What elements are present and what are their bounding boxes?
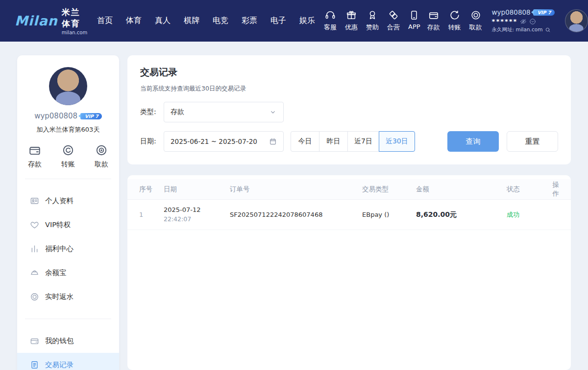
cell-date-day: 2025-07-12 — [164, 205, 230, 215]
eye-off-icon[interactable] — [520, 18, 527, 25]
magnifier-icon[interactable] — [545, 27, 551, 33]
filter-panel: 交易记录 当前系统支持查询最近30日的交易记录 类型: 存款 日期: 2025-… — [127, 55, 571, 164]
heart-icon — [30, 220, 39, 230]
sponsor-button[interactable]: 赞助 — [366, 10, 379, 32]
profile-avatar[interactable] — [49, 67, 87, 105]
app-label: APP — [408, 23, 420, 30]
transfer-button[interactable]: 转账 — [448, 10, 461, 32]
column-header-date: 日期 — [164, 185, 230, 194]
wallet-shortcuts: 存款 转账 取款 — [17, 144, 119, 169]
username-text[interactable]: wyp080808 — [492, 8, 531, 16]
sidebar-item-rebate[interactable]: 实时返水 — [17, 285, 119, 309]
award-icon — [367, 10, 378, 21]
cell-status: 成功 — [507, 210, 551, 219]
search-button[interactable]: 查询 — [447, 131, 499, 152]
ingot-icon — [30, 268, 39, 278]
headset-icon — [325, 10, 336, 21]
promo-button[interactable]: 优惠 — [345, 10, 358, 32]
page-body: wyp080808 VIP 7 加入米兰体育第603天 存款 转账 取款 个人资… — [0, 42, 588, 370]
column-header-index: 序号 — [139, 185, 164, 194]
nav-item-sports[interactable]: 体育 — [126, 16, 142, 26]
cell-amount: 8,620.00元 — [416, 210, 507, 219]
wallet-icon — [428, 10, 439, 21]
mobile-icon — [409, 10, 419, 21]
transfer-icon — [62, 144, 74, 157]
profile-username: wyp080808 — [34, 112, 77, 120]
app-button[interactable]: APP — [408, 10, 420, 32]
cell-date: 2025-07-12 22:42:07 — [164, 205, 230, 224]
type-select-value: 存款 — [171, 108, 184, 116]
chevron-down-icon — [269, 108, 277, 116]
range-30days-button[interactable]: 近30日 — [379, 131, 415, 152]
divider — [25, 319, 111, 319]
nav-item-slots[interactable]: 电子 — [270, 16, 286, 26]
transfer-icon — [449, 10, 460, 21]
sidebar-item-vip[interactable]: VIP特权 — [17, 213, 119, 237]
affiliate-button[interactable]: 合营 — [387, 10, 400, 32]
sidebar-item-label: 福利中心 — [45, 244, 74, 254]
sidebar-item-label: VIP特权 — [45, 220, 71, 230]
coin-icon — [470, 10, 481, 21]
nav-item-live[interactable]: 真人 — [155, 16, 171, 26]
sidebar-item-label: 我的钱包 — [45, 336, 74, 346]
user-info-block: wyp080808 VIP 7 ****** 永久网址: milan.com — [492, 8, 558, 33]
column-header-amount: 金额 — [416, 185, 507, 194]
wallet-icon — [28, 144, 41, 157]
table-row: 1 2025-07-12 22:42:07 SF2025071222420786… — [127, 200, 571, 230]
main-menu: 首页 体育 真人 棋牌 电竞 彩票 电子 娱乐 — [97, 16, 315, 26]
reset-button[interactable]: 重置 — [507, 131, 558, 152]
sidebar-item-benefits[interactable]: 福利中心 — [17, 237, 119, 261]
wallet-actions: 存款 转账 取款 — [427, 10, 482, 32]
withdraw-button[interactable]: 取款 — [469, 10, 482, 32]
range-today-button[interactable]: 今日 — [291, 131, 319, 152]
promo-label: 优惠 — [345, 23, 358, 32]
site-url-text: 永久网址: milan.com — [492, 26, 543, 33]
cell-index: 1 — [139, 211, 164, 218]
type-label: 类型: — [140, 108, 164, 116]
avatar[interactable] — [565, 9, 588, 32]
refresh-circle-icon[interactable] — [529, 18, 536, 25]
service-button[interactable]: 客服 — [324, 10, 337, 32]
sidebar-item-yuebao[interactable]: 余额宝 — [17, 261, 119, 285]
service-label: 客服 — [324, 23, 337, 32]
sponsor-label: 赞助 — [366, 23, 379, 32]
date-label: 日期: — [140, 137, 164, 146]
sidebar-item-wallet[interactable]: 我的钱包 — [17, 329, 119, 353]
shortcut-withdraw[interactable]: 取款 — [95, 144, 108, 169]
deposit-button[interactable]: 存款 — [427, 10, 440, 32]
navbar-right: 客服 优惠 赞助 合营 APP 存款 — [324, 8, 588, 33]
nav-item-entertainment[interactable]: 娱乐 — [299, 16, 315, 26]
quick-range-group: 今日 昨日 近7日 近30日 — [291, 131, 415, 152]
cell-date-time: 22:42:07 — [164, 215, 230, 224]
transfer-label: 转账 — [448, 23, 461, 32]
brand-logo[interactable]: Milan 米兰体育 milan.com — [15, 7, 82, 35]
shortcut-deposit[interactable]: 存款 — [28, 144, 42, 169]
date-range-input[interactable]: 2025-06-21 ~ 2025-07-20 — [164, 131, 284, 152]
coin-icon — [95, 144, 108, 157]
sidebar-item-label: 个人资料 — [45, 196, 74, 206]
type-select[interactable]: 存款 — [164, 102, 284, 122]
range-7days-button[interactable]: 近7日 — [347, 131, 379, 152]
deposit-label: 存款 — [427, 23, 440, 32]
profile-vip-badge: VIP 7 — [80, 113, 102, 119]
nav-item-esports[interactable]: 电竞 — [213, 16, 228, 26]
nav-item-home[interactable]: 首页 — [97, 16, 113, 26]
sidebar-item-profile[interactable]: 个人资料 — [17, 189, 119, 213]
vip-badge: VIP 7 — [533, 9, 555, 16]
nav-item-cards[interactable]: 棋牌 — [184, 16, 199, 26]
shortcut-deposit-label: 存款 — [28, 160, 42, 169]
shortcut-transfer[interactable]: 转账 — [61, 144, 75, 169]
range-yesterday-button[interactable]: 昨日 — [319, 131, 348, 152]
cell-transaction-type: EBpay () — [362, 211, 416, 218]
top-navbar: Milan 米兰体育 milan.com 首页 体育 真人 棋牌 电竞 彩票 电… — [0, 0, 588, 42]
column-header-type: 交易类型 — [362, 185, 416, 194]
document-icon — [30, 360, 39, 370]
main-content: 交易记录 当前系统支持查询最近30日的交易记录 类型: 存款 日期: 2025-… — [127, 55, 571, 370]
join-days-text: 加入米兰体育第603天 — [17, 125, 119, 134]
page-subtitle: 当前系统支持查询最近30日的交易记录 — [140, 85, 558, 93]
column-header-order: 订单号 — [230, 185, 362, 194]
wallet-icon — [30, 336, 39, 346]
nav-item-lottery[interactable]: 彩票 — [242, 16, 257, 26]
shortcut-withdraw-label: 取款 — [95, 160, 108, 169]
sidebar-item-transactions[interactable]: 交易记录 — [17, 353, 119, 370]
